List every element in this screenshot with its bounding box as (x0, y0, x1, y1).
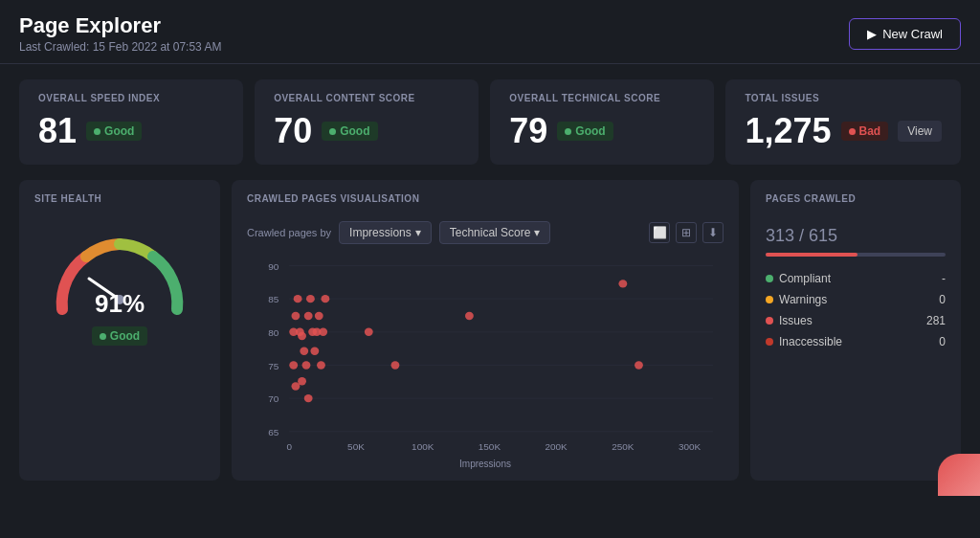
crawled-by-label: Crawled pages by (247, 227, 331, 238)
svg-point-28 (304, 312, 313, 320)
svg-point-35 (319, 328, 327, 336)
technical-score-value-row: 79 Good (509, 111, 695, 151)
svg-text:65: 65 (268, 427, 278, 437)
scatter-chart-area: 90 85 80 75 70 65 0 50K 100K 150K 200K 2… (247, 256, 724, 457)
svg-point-41 (365, 328, 373, 336)
svg-point-40 (304, 394, 313, 402)
site-health-badge-dot (100, 333, 106, 340)
technical-score-dropdown[interactable]: Technical Score ▾ (439, 221, 551, 244)
viz-controls: Crawled pages by Impressions ▾ Technical… (247, 221, 724, 244)
total-issues-badge: Bad (841, 122, 889, 141)
content-score-value: 70 (274, 111, 312, 151)
site-health-badge: Good (92, 326, 147, 346)
site-health-badge-wrapper: Good (92, 326, 147, 346)
svg-text:80: 80 (268, 327, 279, 338)
svg-point-23 (294, 295, 302, 303)
gauge-container: 91% (43, 223, 196, 319)
svg-point-42 (391, 361, 400, 369)
play-icon: ▶ (867, 27, 877, 41)
impressions-dropdown[interactable]: Impressions ▾ (339, 221, 432, 244)
crawl-progress-fill (766, 253, 858, 257)
svg-point-45 (635, 361, 643, 369)
svg-text:300K: 300K (679, 441, 702, 452)
technical-score-label: OVERALL TECHNICAL SCORE (509, 93, 695, 103)
total-issues-label: TOTAL ISSUES (745, 93, 942, 103)
view-issues-button[interactable]: View (898, 121, 942, 142)
technical-score-badge: Good (557, 122, 612, 141)
new-crawl-button[interactable]: ▶ New Crawl (849, 18, 961, 50)
svg-point-29 (306, 295, 315, 303)
avatar (938, 454, 980, 496)
svg-text:250K: 250K (612, 441, 635, 452)
total-issues-badge-dot (849, 128, 856, 135)
download-icon[interactable]: ⬇ (702, 222, 724, 243)
stat-label: Warnings (766, 293, 827, 306)
svg-text:200K: 200K (546, 441, 568, 452)
stat-label: Compliant (766, 272, 831, 285)
stat-color-dot (766, 338, 773, 346)
svg-point-37 (289, 361, 298, 369)
content-score-value-row: 70 Good (274, 111, 459, 151)
content-score-label: OVERALL CONTENT SCORE (274, 93, 459, 103)
stat-value: 0 (939, 335, 946, 348)
visualization-panel: CRAWLED PAGES VISUALISATION Crawled page… (232, 180, 739, 481)
pages-crawled-label: PAGES CRAWLED (766, 193, 946, 204)
stat-row: Compliant - (766, 272, 946, 285)
svg-text:50K: 50K (347, 441, 365, 452)
svg-point-39 (298, 377, 306, 385)
svg-point-27 (302, 361, 311, 369)
site-health-panel: SITE HEALTH 91% Good (19, 180, 220, 481)
svg-text:75: 75 (268, 361, 278, 371)
speed-index-value-row: 81 Good (38, 111, 224, 151)
stat-color-dot (766, 275, 773, 282)
pages-crawled-value: 313 / 615 (766, 213, 946, 249)
speed-index-label: OVERALL SPEED INDEX (38, 93, 224, 103)
content-score-badge: Good (322, 122, 377, 141)
svg-text:90: 90 (268, 261, 279, 272)
stat-row: Warnings 0 (766, 293, 946, 306)
speed-index-card: OVERALL SPEED INDEX 81 Good (19, 79, 243, 165)
stat-color-dot (766, 317, 773, 325)
stat-label: Inaccessible (766, 335, 842, 348)
total-issues-card: TOTAL ISSUES 1,275 Bad View (725, 79, 961, 165)
content-score-badge-dot (329, 128, 336, 135)
speed-index-badge-dot (94, 128, 100, 135)
total-issues-value-row: 1,275 Bad View (745, 111, 942, 151)
technical-score-badge-dot (565, 128, 571, 135)
svg-point-34 (317, 361, 325, 369)
svg-point-25 (298, 332, 306, 340)
stat-value: 0 (939, 293, 946, 306)
technical-score-value: 79 (509, 111, 547, 151)
grid-icon[interactable]: ⊞ (676, 222, 697, 243)
svg-point-22 (291, 312, 300, 320)
stat-row: Issues 281 (766, 314, 946, 327)
svg-text:85: 85 (268, 295, 278, 305)
x-axis-label: Impressions (247, 459, 724, 469)
stat-label: Issues (766, 314, 813, 327)
svg-text:70: 70 (268, 394, 279, 405)
technical-score-card: OVERALL TECHNICAL SCORE 79 Good (490, 79, 714, 165)
svg-text:100K: 100K (412, 441, 434, 452)
header-left: Page Explorer Last Crawled: 15 Feb 2022 … (19, 13, 221, 54)
last-crawled-text: Last Crawled: 15 Feb 2022 at 07:53 AM (19, 40, 221, 54)
stat-row: Inaccessible 0 (766, 335, 946, 348)
svg-point-26 (300, 347, 308, 355)
speed-index-badge: Good (86, 122, 142, 141)
stat-value: - (942, 272, 946, 285)
viz-header: CRAWLED PAGES VISUALISATION (247, 193, 724, 213)
chevron-down-icon: ▾ (415, 226, 421, 239)
stat-color-dot (766, 296, 773, 303)
page-header: Page Explorer Last Crawled: 15 Feb 2022 … (0, 0, 980, 64)
crawl-progress-bar (766, 253, 946, 257)
svg-text:150K: 150K (479, 441, 501, 452)
svg-point-44 (618, 280, 627, 287)
chevron-down-icon: ▾ (534, 226, 540, 239)
pages-crawled-panel: PAGES CRAWLED 313 / 615 Compliant - Warn… (750, 180, 961, 481)
expand-icon[interactable]: ⬜ (649, 222, 670, 243)
svg-point-43 (465, 312, 474, 320)
speed-index-value: 81 (38, 111, 77, 151)
svg-point-31 (310, 347, 319, 355)
page-title: Page Explorer (19, 13, 221, 38)
content-score-card: OVERALL CONTENT SCORE 70 Good (255, 79, 479, 165)
bottom-section: SITE HEALTH 91% Good (0, 180, 980, 496)
